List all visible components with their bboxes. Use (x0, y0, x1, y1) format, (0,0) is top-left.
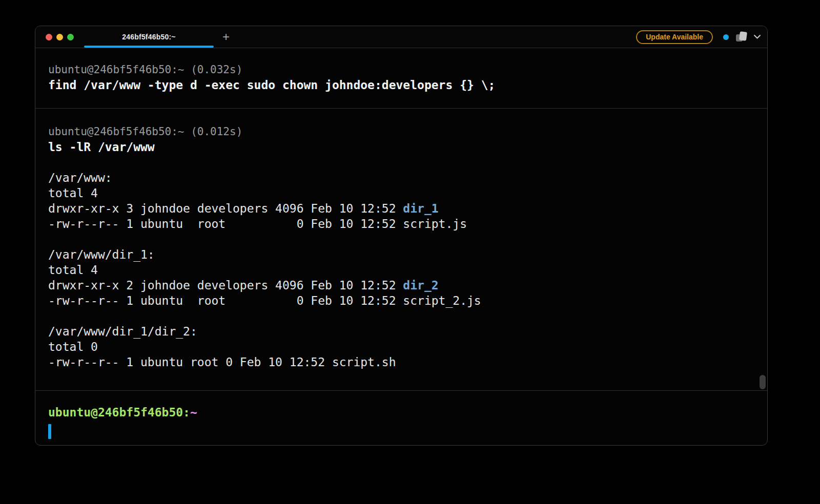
terminal-window: 246bf5f46b50:~ + Update Available ubuntu… (35, 26, 768, 446)
input-prompt: ubuntu@246bf5f46b50:~ (48, 405, 754, 420)
output-line: /var/www/dir_1/dir_2: (48, 324, 754, 339)
output-line: total 4 (48, 185, 754, 201)
blank-line (48, 155, 754, 170)
output-line: drwxr-xr-x 2 johndoe developers 4096 Feb… (48, 278, 754, 293)
block-command: ls -lR /var/www (48, 139, 754, 155)
text-cursor (48, 424, 51, 439)
block-prompt: ubuntu@246bf5f46b50:~ (0.012s) (48, 124, 754, 139)
directory-name[interactable]: dir_2 (403, 279, 438, 292)
zoom-button[interactable] (67, 34, 74, 40)
output-text: drwxr-xr-x 3 johndoe developers 4096 Feb… (48, 202, 403, 215)
terminal-input[interactable] (48, 424, 754, 439)
output-text: drwxr-xr-x 2 johndoe developers 4096 Feb… (48, 279, 403, 292)
directory-name[interactable]: dir_1 (403, 202, 438, 215)
output-line: -rw-r--r-- 1 ubuntu root 0 Feb 10 12:52 … (48, 216, 754, 232)
output-line: -rw-r--r-- 1 ubuntu root 0 Feb 10 12:52 … (48, 354, 754, 370)
output-line (48, 232, 754, 247)
output-text: -rw-r--r-- 1 ubuntu root 0 Feb 10 12:52 … (48, 294, 481, 307)
input-block[interactable]: ubuntu@246bf5f46b50:~ (35, 391, 767, 439)
output-text: /var/www/dir_1/dir_2: (48, 325, 197, 338)
tab-active-indicator (84, 46, 214, 48)
output-text: total 4 (48, 186, 98, 200)
command-output: /var/www:total 4drwxr-xr-x 3 johndoe dev… (48, 170, 754, 370)
prompt-path: ~ (190, 406, 197, 419)
output-text: -rw-r--r-- 1 ubuntu root 0 Feb 10 12:52 … (48, 355, 396, 369)
output-line: drwxr-xr-x 3 johndoe developers 4096 Feb… (48, 201, 754, 216)
block-command: find /var/www -type d -exec sudo chown j… (48, 77, 754, 93)
output-text: total 4 (48, 263, 98, 277)
scrollbar-thumb[interactable] (760, 375, 766, 389)
windows-panes-icon[interactable] (735, 30, 749, 44)
command-block-2[interactable]: ubuntu@246bf5f46b50:~ (0.012s) ls -lR /v… (35, 109, 767, 390)
output-line: /var/www: (48, 170, 754, 185)
command-block-1[interactable]: ubuntu@246bf5f46b50:~ (0.032s) find /var… (35, 48, 767, 108)
output-text: /var/www: (48, 171, 112, 184)
output-text: /var/www/dir_1: (48, 248, 155, 261)
titlebar-actions: Update Available (636, 26, 761, 48)
update-available-button[interactable]: Update Available (636, 30, 713, 44)
chevron-down-icon[interactable] (753, 34, 761, 39)
prompt-user-host: ubuntu@246bf5f46b50: (48, 406, 190, 419)
output-line: -rw-r--r-- 1 ubuntu root 0 Feb 10 12:52 … (48, 293, 754, 308)
new-tab-button[interactable]: + (216, 26, 236, 48)
close-button[interactable] (46, 34, 52, 40)
block-prompt: ubuntu@246bf5f46b50:~ (0.032s) (48, 62, 754, 77)
tab-active[interactable]: 246bf5f46b50:~ (84, 26, 214, 48)
output-line (48, 308, 754, 324)
output-line: /var/www/dir_1: (48, 247, 754, 262)
output-text: -rw-r--r-- 1 ubuntu root 0 Feb 10 12:52 … (48, 217, 467, 230)
output-line: total 0 (48, 339, 754, 354)
tab-bar: 246bf5f46b50:~ + Update Available (35, 26, 767, 48)
traffic-lights (46, 26, 74, 48)
minimize-button[interactable] (56, 34, 63, 40)
notification-dot-icon (723, 34, 729, 40)
output-text: total 0 (48, 340, 98, 353)
tab-title: 246bf5f46b50:~ (122, 33, 175, 41)
output-line: total 4 (48, 262, 754, 278)
